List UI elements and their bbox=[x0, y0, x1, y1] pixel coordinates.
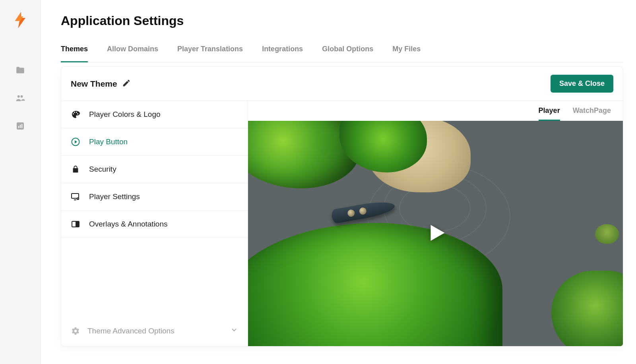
palette-icon bbox=[71, 110, 80, 119]
svg-point-7 bbox=[78, 198, 78, 199]
lock-icon bbox=[71, 165, 80, 174]
tab-integrations[interactable]: Integrations bbox=[262, 45, 303, 62]
nav-analytics[interactable] bbox=[14, 120, 26, 132]
overlay-icon bbox=[71, 219, 80, 229]
bar-chart-icon bbox=[16, 121, 25, 131]
side-item-label: Player Settings bbox=[89, 192, 140, 201]
theme-advanced-options[interactable]: Theme Advanced Options bbox=[61, 318, 248, 346]
side-item-security[interactable]: Security bbox=[61, 156, 248, 183]
side-item-player-colors-logo[interactable]: Player Colors & Logo bbox=[61, 101, 248, 128]
video-preview bbox=[248, 121, 623, 346]
side-item-label: Player Colors & Logo bbox=[89, 110, 161, 119]
theme-name: New Theme bbox=[71, 79, 117, 89]
app-logo[interactable] bbox=[12, 11, 28, 31]
save-close-button[interactable]: Save & Close bbox=[551, 75, 613, 93]
gear-icon bbox=[71, 326, 80, 336]
nav-users[interactable] bbox=[14, 92, 26, 104]
foliage-bottom-right bbox=[551, 271, 623, 346]
svg-rect-3 bbox=[21, 124, 22, 128]
preview-tab-player[interactable]: Player bbox=[539, 106, 560, 121]
folder-icon bbox=[15, 65, 25, 76]
bolt-logo-icon bbox=[12, 11, 28, 29]
side-item-label: Play Button bbox=[89, 137, 128, 146]
tab-allow-domains[interactable]: Allow Domains bbox=[107, 45, 158, 62]
play-circle-icon bbox=[71, 137, 80, 147]
tab-my-files[interactable]: My Files bbox=[392, 45, 421, 62]
play-icon bbox=[424, 221, 448, 245]
gear-monitor-icon bbox=[71, 192, 80, 201]
page-title: Application Settings bbox=[61, 14, 636, 28]
side-item-player-settings[interactable]: Player Settings bbox=[61, 183, 248, 211]
side-item-label: Security bbox=[89, 165, 116, 174]
tab-player-translations[interactable]: Player Translations bbox=[177, 45, 243, 62]
nav-folder[interactable] bbox=[14, 64, 26, 76]
theme-settings-list: Player Colors & Logo Play Button Securit… bbox=[61, 101, 248, 346]
foliage-small bbox=[595, 224, 619, 244]
svg-rect-1 bbox=[18, 126, 19, 128]
side-item-overlays-annotations[interactable]: Overlays & Annotations bbox=[61, 211, 248, 238]
tab-global-options[interactable]: Global Options bbox=[322, 45, 373, 62]
svg-rect-9 bbox=[76, 221, 79, 227]
pencil-icon bbox=[122, 79, 131, 87]
chevron-down-icon bbox=[230, 326, 238, 336]
edit-theme-name-button[interactable] bbox=[122, 79, 131, 89]
users-icon bbox=[15, 93, 25, 103]
preview-play-button[interactable] bbox=[424, 221, 448, 246]
preview-tab-watchpage[interactable]: WatchPage bbox=[573, 106, 611, 121]
side-item-play-button[interactable]: Play Button bbox=[61, 128, 248, 156]
settings-tabs: Themes Allow Domains Player Translations… bbox=[61, 45, 623, 62]
side-item-label: Overlays & Annotations bbox=[89, 220, 168, 228]
tab-themes[interactable]: Themes bbox=[61, 45, 88, 62]
svg-rect-2 bbox=[20, 125, 21, 128]
advanced-options-label: Theme Advanced Options bbox=[87, 327, 175, 335]
